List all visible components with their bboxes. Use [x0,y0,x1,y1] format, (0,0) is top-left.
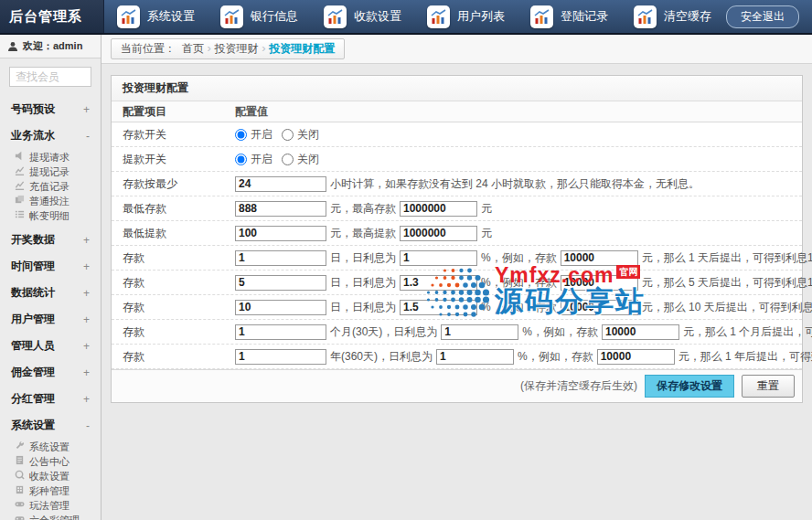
sidebar-group-8[interactable]: 分红管理+ [0,386,101,412]
config-input[interactable] [400,201,477,217]
sidebar-item-label: 帐变明细 [29,210,69,222]
config-description: 元，那么 1 个月后提出，可得到利息100*30=3000元。 [683,324,812,340]
sidebar-item[interactable]: 收款设置 [0,469,101,483]
sidebar-group-7[interactable]: 佣金管理+ [0,359,101,386]
sidebar-menu: 号码预设+业务流水-提现请求提现记录充值记录普通投注帐变明细开奖数据+时间管理+… [0,96,101,520]
config-description: 元，那么 1 天后提出，可得到利息100*1=100元。 [642,250,812,266]
list-icon [15,209,25,222]
radio-input[interactable] [235,129,247,141]
config-description: 日，日利息为 [330,250,396,266]
topnav-item-1[interactable]: 银行信息 [208,0,311,33]
sidebar-group-2[interactable]: 开奖数据+ [0,227,101,253]
topnav-item-5[interactable]: 清空缓存 [621,0,724,33]
config-input[interactable] [441,324,518,340]
sidebar-item[interactable]: 帐变明细 [0,208,101,223]
config-input[interactable] [436,349,514,365]
config-label: 存款 [112,324,235,340]
radio-option-开启[interactable]: 开启 [235,127,272,143]
radio-input[interactable] [282,129,294,141]
chart-tile-icon [427,5,450,28]
config-input[interactable] [561,250,638,266]
radio-option-关闭[interactable]: 关闭 [282,127,319,143]
logout-button[interactable]: 安全退出 [726,5,799,28]
sidebar-item[interactable]: 公告中心 [0,454,101,469]
config-input[interactable] [235,226,326,241]
breadcrumb-separator-icon: › [204,41,215,55]
collapse-icon: - [86,130,90,143]
topnav-item-0[interactable]: 系统设置 [104,0,208,33]
config-label: 存款开关 [112,127,235,143]
sidebar-group-1[interactable]: 业务流水- [0,122,101,149]
sidebar-item[interactable]: 彩种管理 [0,483,101,498]
config-label: 存款 [112,275,235,291]
sidebar-item[interactable]: 提现记录 [0,164,101,179]
config-input[interactable] [561,300,638,315]
topnav-item-3[interactable]: 用户列表 [414,0,518,33]
breadcrumb-item-0[interactable]: 首页 [182,42,204,55]
sidebar-group-3[interactable]: 时间管理+ [0,253,101,280]
reset-button[interactable]: 重置 [742,375,795,398]
config-input[interactable] [235,201,326,217]
username: admin [53,40,82,51]
sidebar-group-9[interactable]: 系统设置- [0,412,101,439]
sidebar-group-0[interactable]: 号码预设+ [0,96,101,122]
column-header-value: 配置值 [235,104,802,120]
config-input[interactable] [561,275,638,291]
sidebar-item[interactable]: 充值记录 [0,179,101,194]
doc-icon [15,455,25,468]
speaker-icon [15,151,25,164]
member-search-input[interactable] [9,67,91,87]
breadcrumb-band: 当前位置： 首页 › 投资理财 › 投资理财配置 [102,35,812,64]
config-input[interactable] [400,226,477,241]
expand-icon: + [83,340,90,353]
config-label: 存款 [112,349,235,365]
config-row-9: 存款年(360天)，日利息为%，例如，存款元，那么 1 年后提出，可得到利息10… [112,345,802,369]
radio-label: 开启 [251,152,272,167]
radio-input[interactable] [235,154,247,165]
wrench-icon [15,440,25,453]
config-input[interactable] [235,300,326,315]
save-button[interactable]: 保存修改设置 [645,375,734,398]
config-row-1: 提款开关开启关闭 [112,147,802,172]
sidebar-item-label: 提现记录 [29,166,69,178]
breadcrumb-item-1[interactable]: 投资理财 [215,42,259,55]
sidebar-group-4[interactable]: 数据统计+ [0,280,101,306]
topnav-item-2[interactable]: 收款设置 [311,0,414,33]
config-description: 小时计算，如果存款没有达到 24 小时就取款，那么只能取得本金，无利息。 [330,176,700,192]
sidebar-item[interactable]: 提现请求 [0,150,101,164]
sidebar-item[interactable]: 普通投注 [0,194,101,208]
chart-icon [15,180,25,193]
config-input[interactable] [235,349,326,365]
sidebar-group-5[interactable]: 用户管理+ [0,306,101,333]
config-input[interactable] [235,176,326,192]
config-description: 元，那么 1 年后提出，可得到利息100*360=36000元。 [678,349,812,365]
radio-input[interactable] [282,154,294,165]
config-input[interactable] [400,250,477,266]
config-input[interactable] [400,300,477,315]
config-input[interactable] [235,324,326,340]
panel-title: 投资理财配置 [112,76,802,101]
sidebar-item[interactable]: 六合彩管理 [0,513,101,520]
radio-label: 关闭 [297,127,319,143]
chart-icon [15,165,25,178]
config-row-4: 最低提款元，最高提款元 [112,221,802,246]
chart-tile-icon [530,5,553,28]
config-input[interactable] [235,250,326,266]
sidebar-item[interactable]: 玩法管理 [0,498,101,513]
sidebar-group-6[interactable]: 管理人员+ [0,333,101,359]
radio-option-开启[interactable]: 开启 [235,152,272,167]
config-input[interactable] [597,349,675,365]
expand-icon: + [83,234,90,247]
config-input[interactable] [400,275,477,291]
topnav-item-4[interactable]: 登陆记录 [518,0,621,33]
config-input[interactable] [602,324,679,340]
user-icon [7,41,18,52]
topnav-label: 清空缓存 [664,8,711,25]
sidebar-item[interactable]: 系统设置 [0,440,101,454]
config-input[interactable] [235,275,326,291]
chart-tile-icon [117,5,140,28]
topbar: 后台管理系 系统设置银行信息收款设置用户列表登陆记录清空缓存 安全退出 [0,0,812,35]
breadcrumb-prefix: 当前位置： [121,41,176,57]
footer-note: (保存并清空缓存后生效) [520,378,637,394]
radio-option-关闭[interactable]: 关闭 [282,152,319,167]
